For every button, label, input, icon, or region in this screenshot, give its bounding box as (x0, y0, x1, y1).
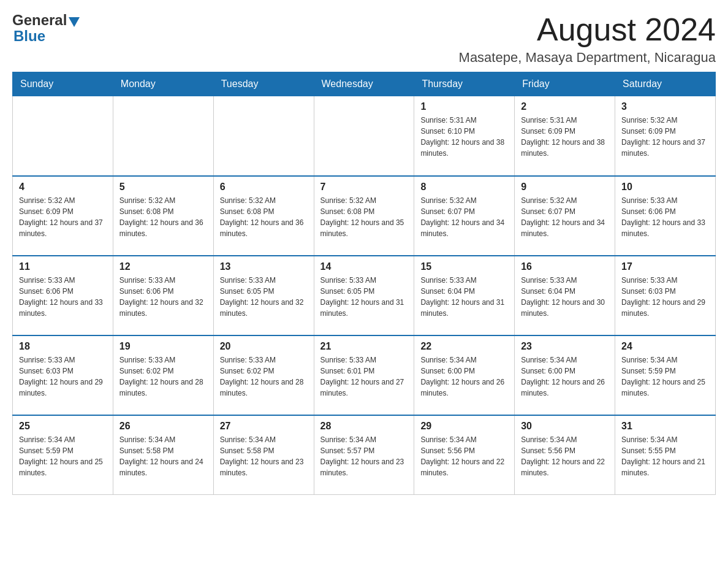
day-info: Sunrise: 5:34 AMSunset: 6:00 PMDaylight:… (521, 354, 609, 399)
calendar-cell: 15Sunrise: 5:33 AMSunset: 6:04 PMDayligh… (414, 256, 515, 335)
day-info: Sunrise: 5:34 AMSunset: 5:59 PMDaylight:… (621, 354, 709, 399)
day-info: Sunrise: 5:33 AMSunset: 6:03 PMDaylight:… (621, 275, 709, 319)
day-info: Sunrise: 5:34 AMSunset: 5:58 PMDaylight:… (119, 434, 207, 478)
day-number: 10 (621, 182, 709, 193)
calendar-cell: 3Sunrise: 5:32 AMSunset: 6:09 PMDaylight… (615, 96, 716, 176)
day-number: 11 (19, 261, 107, 272)
month-title: August 2024 (459, 12, 716, 47)
calendar-cell: 9Sunrise: 5:32 AMSunset: 6:07 PMDaylight… (515, 176, 615, 256)
day-info: Sunrise: 5:34 AMSunset: 5:58 PMDaylight:… (220, 434, 308, 478)
day-number: 12 (119, 261, 207, 272)
day-info: Sunrise: 5:32 AMSunset: 6:08 PMDaylight:… (320, 195, 408, 239)
day-number: 15 (420, 261, 508, 272)
day-info: Sunrise: 5:33 AMSunset: 6:06 PMDaylight:… (19, 275, 107, 319)
calendar-cell: 17Sunrise: 5:33 AMSunset: 6:03 PMDayligh… (615, 256, 716, 335)
day-info: Sunrise: 5:32 AMSunset: 6:09 PMDaylight:… (621, 115, 709, 159)
day-info: Sunrise: 5:32 AMSunset: 6:07 PMDaylight:… (521, 195, 609, 239)
calendar-cell (13, 96, 113, 176)
calendar-cell: 19Sunrise: 5:33 AMSunset: 6:02 PMDayligh… (113, 335, 213, 415)
calendar-cell: 1Sunrise: 5:31 AMSunset: 6:10 PMDaylight… (414, 96, 515, 176)
day-number: 2 (521, 101, 609, 112)
calendar-cell: 30Sunrise: 5:34 AMSunset: 5:56 PMDayligh… (515, 415, 615, 495)
day-number: 9 (521, 182, 609, 193)
day-info: Sunrise: 5:31 AMSunset: 6:09 PMDaylight:… (521, 115, 609, 159)
day-info: Sunrise: 5:33 AMSunset: 6:06 PMDaylight:… (119, 275, 207, 319)
calendar-cell: 28Sunrise: 5:34 AMSunset: 5:57 PMDayligh… (314, 415, 414, 495)
calendar-cell: 31Sunrise: 5:34 AMSunset: 5:55 PMDayligh… (615, 415, 716, 495)
day-number: 21 (320, 341, 408, 352)
calendar-cell: 29Sunrise: 5:34 AMSunset: 5:56 PMDayligh… (414, 415, 515, 495)
day-number: 16 (521, 261, 609, 272)
day-info: Sunrise: 5:34 AMSunset: 5:57 PMDaylight:… (320, 434, 408, 478)
calendar-table: SundayMondayTuesdayWednesdayThursdayFrid… (12, 72, 716, 495)
logo: General Blue (12, 12, 80, 45)
day-info: Sunrise: 5:34 AMSunset: 5:55 PMDaylight:… (621, 434, 709, 478)
calendar-cell: 12Sunrise: 5:33 AMSunset: 6:06 PMDayligh… (113, 256, 213, 335)
calendar-week-row: 1Sunrise: 5:31 AMSunset: 6:10 PMDaylight… (13, 96, 716, 176)
day-number: 29 (420, 421, 508, 432)
calendar-cell: 6Sunrise: 5:32 AMSunset: 6:08 PMDaylight… (213, 176, 314, 256)
day-number: 7 (320, 182, 408, 193)
day-info: Sunrise: 5:32 AMSunset: 6:08 PMDaylight:… (220, 195, 308, 239)
day-number: 8 (420, 182, 508, 193)
calendar-cell: 27Sunrise: 5:34 AMSunset: 5:58 PMDayligh… (213, 415, 314, 495)
day-number: 18 (19, 341, 107, 352)
day-number: 28 (320, 421, 408, 432)
day-number: 13 (220, 261, 308, 272)
calendar-cell: 7Sunrise: 5:32 AMSunset: 6:08 PMDaylight… (314, 176, 414, 256)
calendar-cell: 24Sunrise: 5:34 AMSunset: 5:59 PMDayligh… (615, 335, 716, 415)
logo-blue-text: Blue (13, 28, 45, 44)
day-number: 22 (420, 341, 508, 352)
day-info: Sunrise: 5:34 AMSunset: 6:00 PMDaylight:… (420, 354, 508, 399)
logo-triangle-icon (69, 17, 80, 27)
day-number: 19 (119, 341, 207, 352)
day-info: Sunrise: 5:33 AMSunset: 6:04 PMDaylight:… (521, 275, 609, 319)
calendar-cell: 20Sunrise: 5:33 AMSunset: 6:02 PMDayligh… (213, 335, 314, 415)
day-info: Sunrise: 5:32 AMSunset: 6:08 PMDaylight:… (119, 195, 207, 239)
weekday-header-friday: Friday (515, 72, 615, 96)
day-info: Sunrise: 5:34 AMSunset: 5:56 PMDaylight:… (521, 434, 609, 478)
day-number: 25 (19, 421, 107, 432)
weekday-header-wednesday: Wednesday (314, 72, 414, 96)
day-info: Sunrise: 5:32 AMSunset: 6:07 PMDaylight:… (420, 195, 508, 239)
day-info: Sunrise: 5:33 AMSunset: 6:06 PMDaylight:… (621, 195, 709, 239)
day-number: 30 (521, 421, 609, 432)
title-section: August 2024 Masatepe, Masaya Department,… (459, 12, 716, 66)
day-number: 24 (621, 341, 709, 352)
weekday-header-sunday: Sunday (13, 72, 113, 96)
day-info: Sunrise: 5:33 AMSunset: 6:01 PMDaylight:… (320, 354, 408, 399)
day-info: Sunrise: 5:34 AMSunset: 5:59 PMDaylight:… (19, 434, 107, 478)
calendar-cell: 25Sunrise: 5:34 AMSunset: 5:59 PMDayligh… (13, 415, 113, 495)
weekday-header-monday: Monday (113, 72, 213, 96)
day-number: 17 (621, 261, 709, 272)
day-info: Sunrise: 5:33 AMSunset: 6:02 PMDaylight:… (220, 354, 308, 399)
calendar-cell: 4Sunrise: 5:32 AMSunset: 6:09 PMDaylight… (13, 176, 113, 256)
day-number: 4 (19, 182, 107, 193)
day-info: Sunrise: 5:33 AMSunset: 6:05 PMDaylight:… (320, 275, 408, 319)
calendar-cell: 16Sunrise: 5:33 AMSunset: 6:04 PMDayligh… (515, 256, 615, 335)
day-info: Sunrise: 5:33 AMSunset: 6:04 PMDaylight:… (420, 275, 508, 319)
calendar-cell: 2Sunrise: 5:31 AMSunset: 6:09 PMDaylight… (515, 96, 615, 176)
weekday-header-tuesday: Tuesday (213, 72, 314, 96)
calendar-cell: 8Sunrise: 5:32 AMSunset: 6:07 PMDaylight… (414, 176, 515, 256)
day-info: Sunrise: 5:33 AMSunset: 6:02 PMDaylight:… (119, 354, 207, 399)
day-number: 6 (220, 182, 308, 193)
location-title: Masatepe, Masaya Department, Nicaragua (459, 50, 716, 66)
day-number: 14 (320, 261, 408, 272)
page-header: General Blue August 2024 Masatepe, Masay… (12, 12, 716, 66)
calendar-week-row: 11Sunrise: 5:33 AMSunset: 6:06 PMDayligh… (13, 256, 716, 335)
calendar-cell: 13Sunrise: 5:33 AMSunset: 6:05 PMDayligh… (213, 256, 314, 335)
day-number: 23 (521, 341, 609, 352)
calendar-cell: 18Sunrise: 5:33 AMSunset: 6:03 PMDayligh… (13, 335, 113, 415)
calendar-cell (113, 96, 213, 176)
day-info: Sunrise: 5:31 AMSunset: 6:10 PMDaylight:… (420, 115, 508, 159)
day-number: 1 (420, 101, 508, 112)
calendar-cell: 10Sunrise: 5:33 AMSunset: 6:06 PMDayligh… (615, 176, 716, 256)
calendar-week-row: 25Sunrise: 5:34 AMSunset: 5:59 PMDayligh… (13, 415, 716, 495)
calendar-cell: 21Sunrise: 5:33 AMSunset: 6:01 PMDayligh… (314, 335, 414, 415)
day-info: Sunrise: 5:33 AMSunset: 6:03 PMDaylight:… (19, 354, 107, 399)
day-info: Sunrise: 5:34 AMSunset: 5:56 PMDaylight:… (420, 434, 508, 478)
day-info: Sunrise: 5:32 AMSunset: 6:09 PMDaylight:… (19, 195, 107, 239)
day-number: 31 (621, 421, 709, 432)
calendar-cell: 22Sunrise: 5:34 AMSunset: 6:00 PMDayligh… (414, 335, 515, 415)
